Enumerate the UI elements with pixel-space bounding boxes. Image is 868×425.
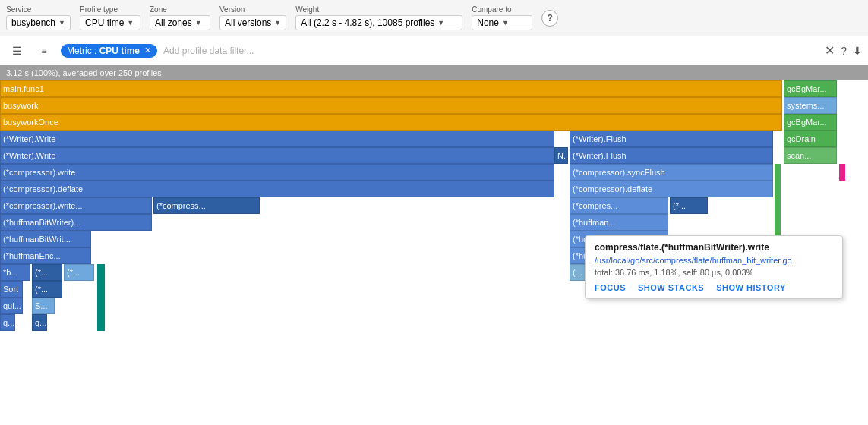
compare-arrow-icon: ▼ <box>502 19 509 27</box>
flame-block[interactable]: (*compressor).deflate <box>0 181 554 197</box>
flame-row: (*compressor).deflate(*compressor).defla… <box>0 181 868 197</box>
service-value: busybench <box>11 17 55 28</box>
tooltip-path: /usr/local/go/src/compress/flate/huffman… <box>595 256 833 265</box>
tooltip-actions: FOCUS SHOW STACKS SHOW HISTORY <box>595 283 833 292</box>
toolbar-help-button[interactable]: ? <box>541 10 558 27</box>
zone-arrow-icon: ▼ <box>195 19 202 27</box>
flame-block[interactable]: (*huffman... <box>570 214 668 231</box>
filter-download-button[interactable]: ⬇ <box>853 45 862 57</box>
flame-block[interactable]: gcBgMar... <box>784 114 837 131</box>
flame-block[interactable]: (*compressor).syncFlush <box>570 164 773 181</box>
flame-block[interactable]: gcBgMar... <box>784 80 837 97</box>
flame-block[interactable]: (*Writer).Write <box>0 147 554 164</box>
metric-chip-close-button[interactable]: ✕ <box>144 46 151 55</box>
flame-block[interactable]: gcDrain <box>784 131 837 147</box>
filter-icon-button[interactable]: ≡ <box>33 40 55 61</box>
flame-block[interactable]: Sort <box>0 281 23 298</box>
flame-row: main.func1gcBgMar... <box>0 80 868 97</box>
flame-block[interactable]: S... <box>32 298 55 314</box>
flame-block[interactable]: (*... <box>32 264 62 281</box>
weight-arrow-icon: ▼ <box>437 19 444 27</box>
weight-group: Weight All (2.2 s - 4.82 s), 10085 profi… <box>295 5 462 30</box>
flame-block[interactable]: (*... <box>32 281 62 298</box>
version-label: Version <box>219 5 286 14</box>
zone-value: All zones <box>155 17 192 28</box>
flame-block[interactable]: (*compressor).write <box>0 164 554 181</box>
summary-text: 3.12 s (100%), averaged over 250 profile… <box>6 68 162 77</box>
flame-block[interactable] <box>97 298 105 314</box>
flame-block[interactable]: (*... <box>64 264 94 281</box>
flame-block[interactable]: systems... <box>784 97 837 114</box>
flame-row: busyworksystems... <box>0 97 868 114</box>
profile-type-label: Profile type <box>80 5 140 14</box>
flame-block[interactable]: N... <box>554 147 568 164</box>
flame-block[interactable]: q... <box>0 314 15 331</box>
flame-block[interactable]: (*Writer).Write <box>0 131 554 147</box>
compare-value: None <box>477 17 499 28</box>
flamegraph-container: 3.12 s (100%), averaged over 250 profile… <box>0 65 868 399</box>
tooltip-focus-button[interactable]: FOCUS <box>595 283 626 292</box>
flame-block[interactable] <box>775 181 781 197</box>
flame-block[interactable] <box>97 314 105 331</box>
zone-group: Zone All zones ▼ <box>150 5 210 30</box>
flamegraph-view-button[interactable]: ☰ <box>6 40 27 61</box>
flame-block[interactable] <box>97 281 105 298</box>
flame-block[interactable] <box>775 164 781 181</box>
flame-block[interactable]: (*compress... <box>153 197 260 214</box>
flame-row: (*huffmanBitWriter)...(*huffman... <box>0 214 868 231</box>
compare-select[interactable]: None ▼ <box>472 15 532 30</box>
flame-block[interactable]: (*Writer).Flush <box>570 131 773 147</box>
compare-group: Compare to None ▼ <box>472 5 532 30</box>
tooltip: compress/flate.(*huffmanBitWriter).write… <box>585 235 843 299</box>
weight-select[interactable]: All (2.2 s - 4.82 s), 10085 profiles ▼ <box>295 15 462 30</box>
metric-chip-label: Metric : CPU time <box>67 46 140 56</box>
flame-block[interactable] <box>775 197 781 214</box>
flame-row: busyworkOncegcBgMar... <box>0 114 868 131</box>
version-select[interactable]: All versions ▼ <box>219 15 286 30</box>
tooltip-show-history-button[interactable]: SHOW HISTORY <box>716 283 786 292</box>
flame-block[interactable]: (*huffmanEnc... <box>0 247 91 264</box>
flame-row: (*compressor).write...(*compress...(*com… <box>0 197 868 214</box>
profile-type-select[interactable]: CPU time ▼ <box>80 15 140 30</box>
service-label: Service <box>6 5 71 14</box>
flame-block[interactable]: (*Writer).Flush <box>570 147 773 164</box>
flame-row: (*compressor).write(*compressor).syncFlu… <box>0 164 868 181</box>
service-arrow-icon: ▼ <box>58 19 65 27</box>
flame-row: q...q... <box>0 314 868 331</box>
compare-label: Compare to <box>472 5 532 14</box>
flame-row: qui...S... <box>0 298 868 314</box>
flame-block[interactable]: (*huffmanBitWriter)... <box>0 214 152 231</box>
zone-select[interactable]: All zones ▼ <box>150 15 210 30</box>
version-arrow-icon: ▼ <box>274 19 281 27</box>
filter-close-button[interactable]: ✕ <box>825 43 835 58</box>
flame-block[interactable]: (*... <box>670 197 708 214</box>
flame-block[interactable] <box>839 164 845 181</box>
flame-block[interactable]: busywork <box>0 97 782 114</box>
flame-row: (*Writer).Write(*Writer).FlushgcDrain <box>0 131 868 147</box>
flame-block[interactable] <box>775 214 781 231</box>
flame-block[interactable]: busyworkOnce <box>0 114 782 131</box>
flame-block[interactable]: *b... <box>0 264 30 281</box>
flame-block[interactable]: (*compressor).deflate <box>570 181 773 197</box>
profile-type-value: CPU time <box>85 17 124 28</box>
flame-block[interactable]: qui... <box>0 298 23 314</box>
flame-row: (*Writer).WriteN...(*Writer).Flushscan..… <box>0 147 868 164</box>
toolbar: Service busybench ▼ Profile type CPU tim… <box>0 0 868 36</box>
flame-block[interactable]: (*compres... <box>570 197 668 214</box>
filter-bar: ☰ ≡ Metric : CPU time ✕ Add profile data… <box>0 36 868 65</box>
flame-block[interactable]: (*compressor).write... <box>0 197 152 214</box>
version-value: All versions <box>225 17 271 28</box>
flame-block[interactable]: scan... <box>784 147 837 164</box>
summary-bar: 3.12 s (100%), averaged over 250 profile… <box>0 65 868 80</box>
filter-actions: ✕ ? ⬇ <box>825 43 862 58</box>
filter-placeholder[interactable]: Add profile data filter... <box>163 46 819 56</box>
tooltip-show-stacks-button[interactable]: SHOW STACKS <box>638 283 704 292</box>
filter-help-button[interactable]: ? <box>841 45 847 57</box>
metric-chip-value: CPU time <box>99 46 140 56</box>
service-select[interactable]: busybench ▼ <box>6 15 71 30</box>
flame-block[interactable]: main.func1 <box>0 80 782 97</box>
flame-block[interactable]: q... <box>32 314 47 331</box>
flame-block[interactable] <box>97 264 105 281</box>
flame-block[interactable]: (*huffmanBitWrit... <box>0 231 91 247</box>
profile-type-group: Profile type CPU time ▼ <box>80 5 140 30</box>
